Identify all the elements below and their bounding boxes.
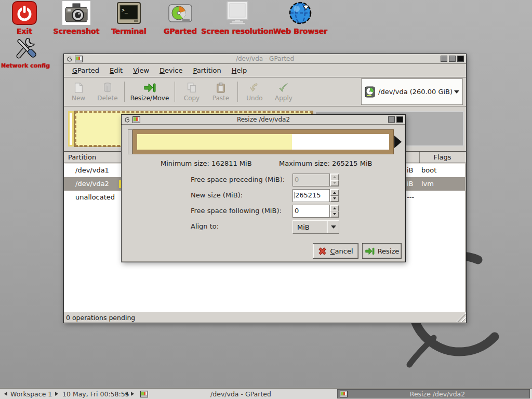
flags-value: lvm [421,180,434,188]
next-workspace-icon[interactable] [55,392,58,396]
minimize-button[interactable] [441,56,447,62]
maximize-button[interactable] [449,56,456,62]
resize-arrow-icon [365,247,375,256]
pager-right-icon[interactable] [131,392,134,396]
operations-pending-text: 0 operations pending [66,314,135,322]
toolbar: New Delete Resize/Move Copy [64,77,466,107]
free-space-following-row: Free space following (MiB): 0 [122,205,405,218]
main-titlebar[interactable]: /dev/vda - GParted [64,54,466,64]
resize-grip[interactable] [456,313,466,322]
desktop-icon-exit[interactable]: Exit [6,1,43,35]
cancel-label: Cancel [330,247,353,255]
dialog-titlebar[interactable]: Resize /dev/vda2 [122,115,405,125]
new-size-input[interactable]: 265215 [292,189,330,202]
task-gparted-main[interactable]: /dev/vda - GParted [138,389,336,398]
tool-label: Undo [246,95,262,102]
desktop-icon-terminal[interactable]: >_ Terminal [108,1,150,35]
paste-button[interactable]: Paste [206,77,235,106]
column-header-partition[interactable]: Partition [68,153,96,161]
desktop-icon-gparted[interactable]: GParted [160,1,201,35]
resize-move-button[interactable]: Resize/Move [127,77,172,106]
pager-arrows[interactable] [125,389,134,399]
new-size-label: New size (MiB): [191,191,243,199]
spin-down-icon [333,197,336,200]
minimum-size-label: Minimum size: 162811 MiB [161,159,252,167]
new-size-stepper[interactable] [330,189,339,202]
window-title: /dev/vda - GParted [64,55,466,62]
apply-button[interactable]: Apply [269,77,298,106]
dialog-title: Resize /dev/vda2 [122,116,405,123]
free-space-preceding-stepper [330,174,339,187]
status-bar: 0 operations pending [64,312,466,323]
spin-up-icon [333,176,336,178]
copy-icon [186,82,197,94]
desktop-icon-network-config[interactable]: Network config [1,36,50,69]
workspace-switcher[interactable]: Workspace 1 [4,389,58,399]
taskbar: Workspace 1 10 May, Fri 00:58:55 /dev/vd… [0,388,532,399]
right-resize-handle-arrow[interactable] [394,136,402,148]
menu-gparted[interactable]: GParted [67,65,104,76]
toolbar-separator [124,82,125,102]
desktop-icon-web-browser[interactable]: Web Browser [271,1,329,35]
desktop-icon-label: Network config [1,62,50,69]
desktop: { "colors": { "desktop_label_red": "#cc1… [0,0,532,399]
free-space-following-input[interactable]: 0 [292,205,330,218]
maximum-size-label: Maximum size: 265215 MiB [279,159,372,167]
chevron-down-icon [331,225,336,229]
menu-partition[interactable]: Partition [188,65,227,76]
menu-device[interactable]: Device [154,65,188,76]
tool-label: Paste [212,95,229,102]
visual-partition-vda1[interactable] [68,111,74,147]
free-space-preceding-row: Free space preceding (MiB): 0 [122,174,405,187]
align-to-dropdown[interactable]: MiB [292,220,339,234]
task-title: /dev/vda - GParted [148,390,334,398]
desktop-icon-label: Terminal [111,27,147,35]
size-fragment: iB [407,180,414,188]
new-size-row: New size (MiB): 265215 [122,189,405,203]
clock: 10 May, Fri 00:58:55 [62,389,129,399]
menu-help[interactable]: Help [227,65,252,76]
resize-slider[interactable] [128,129,402,154]
tool-label: Apply [275,95,292,102]
desktop-icon-screen-resolution[interactable]: Screen resolution [201,1,274,35]
flags-value: boot [421,166,436,174]
copy-button[interactable]: Copy [177,77,206,106]
align-to-value: MiB [297,223,310,231]
column-header-flags[interactable]: Flags [419,152,465,163]
monitor-icon [225,1,250,25]
new-button[interactable]: New [64,77,93,106]
cancel-button[interactable]: Cancel [313,243,358,259]
desktop-icon-screenshot[interactable]: Screenshot [54,1,99,35]
debian-swirl-icon [66,56,73,62]
power-icon [11,1,37,25]
left-resize-handle[interactable] [128,129,132,154]
delete-button[interactable]: Delete [93,77,122,106]
partition-used-space [137,134,292,150]
tool-label: Delete [97,95,117,102]
camera-icon [62,1,90,25]
desktop-icon-label: Web Browser [273,27,327,35]
cancel-x-icon [318,247,327,256]
debian-swirl-icon [124,116,130,123]
pager-left-icon[interactable] [125,392,128,396]
task-resize-dialog[interactable]: Resize /dev/vda2 [337,389,530,398]
close-button[interactable] [396,116,403,123]
desktop-icon-label: GParted [164,27,197,35]
resize-button[interactable]: Resize [362,243,402,259]
tool-label: Resize/Move [130,95,169,102]
close-button[interactable] [457,56,464,62]
prev-workspace-icon[interactable] [4,392,7,396]
tools-icon [12,36,38,60]
menu-view[interactable]: View [128,65,154,76]
task-title: Resize /dev/vda2 [348,390,527,398]
free-space-following-stepper[interactable] [330,205,339,218]
globe-icon [288,1,313,25]
align-to-row: Align to: MiB [122,220,405,234]
paste-icon [215,82,227,94]
menu-edit[interactable]: Edit [104,65,128,76]
undo-button[interactable]: Undo [240,77,269,106]
device-selector[interactable]: /dev/vda (260.00 GiB) [361,78,463,105]
gparted-task-icon [340,391,348,397]
maximize-button[interactable] [388,116,395,123]
partition-name: /dev/vda2 [75,180,109,188]
